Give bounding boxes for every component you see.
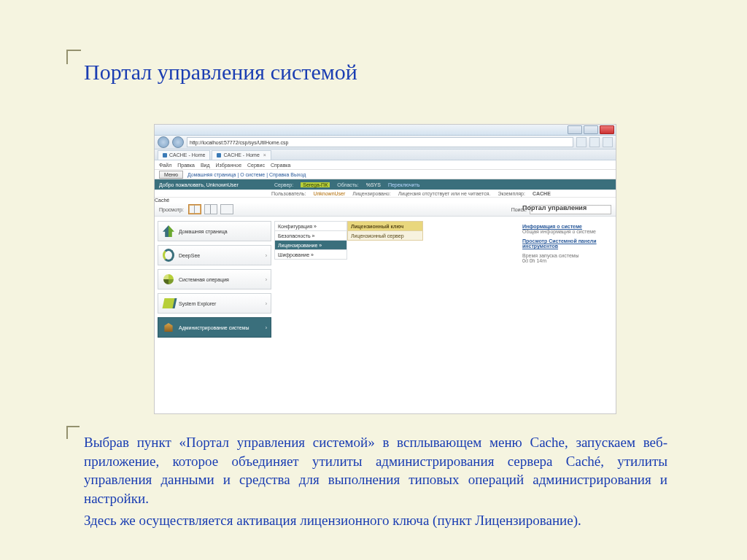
cache-logo: Caché (155, 198, 616, 203)
menubar-item[interactable]: Справка (271, 163, 290, 168)
view-icons-button[interactable] (220, 204, 233, 214)
submenu-item-encryption[interactable]: Шифрование » (274, 249, 347, 260)
portal-meta-row: Пользователь: UnknownUser Лицензировано:… (155, 190, 616, 198)
uptime-label: Время запуска системы (522, 253, 579, 258)
favicon-icon (217, 153, 221, 158)
sidebar-item-system-explorer[interactable]: System Explorer› (158, 293, 271, 314)
browser-tab[interactable]: CACHE - Home (158, 150, 210, 160)
namespace-value: %SYS (366, 182, 381, 187)
forward-button[interactable] (172, 136, 184, 148)
corner-decor-icon (66, 426, 80, 439)
stop-icon[interactable] (589, 137, 600, 147)
corner-decor-icon (66, 50, 81, 64)
breadcrumb-links[interactable]: Домашняя страница | О системе | Справка … (187, 172, 306, 177)
submenu-item-licensing[interactable]: Лицензирование » (274, 240, 347, 249)
explorer-icon (163, 298, 175, 308)
user-label: Пользователь: (271, 191, 306, 196)
view-columns-button[interactable] (188, 204, 201, 214)
menu-dropdown-button[interactable]: Меню (159, 171, 183, 179)
chevron-right-icon: › (266, 277, 267, 282)
submenu-item-security[interactable]: Безопасность » (274, 230, 347, 240)
info-panel: Информация о системе Общая информация о … (522, 224, 610, 268)
chevron-right-icon: › (266, 301, 267, 306)
sidebar-item-administration[interactable]: Администрирование системы› (158, 317, 271, 338)
slide-title-text: Портал управления системой (84, 60, 357, 84)
license-value: Лицензия отсутствует или не читается. (398, 191, 491, 196)
menubar-item[interactable]: Сервис (247, 163, 265, 168)
instance-label: Экземпляр: (498, 191, 525, 196)
welcome-text: Добро пожаловать, UnknownUser (159, 182, 264, 187)
license-label: Лицензировано: (352, 191, 390, 196)
browser-tab[interactable]: CACHE - Home× (212, 150, 271, 160)
home-icon[interactable] (603, 137, 613, 147)
slide-body: Выбрав пункт «Портал управления системой… (84, 433, 667, 532)
user-value: UnknownUser (313, 191, 345, 196)
instance-value: CACHE (533, 191, 551, 196)
portal-title: Портал управления (522, 204, 610, 211)
namespace-label: Область: (337, 182, 358, 187)
url-text: http://localhost:57772/csp/sys/UtilHome.… (190, 140, 288, 145)
view-label: Просмотр: (159, 207, 184, 212)
view-toolbar: Просмотр: Поиск: Портал управления (155, 203, 616, 217)
menubar-item[interactable]: Правка (177, 163, 195, 168)
browser-tabs: CACHE - Home CACHE - Home× (155, 149, 616, 160)
system-info-link[interactable]: Информация о системе (522, 224, 610, 229)
administration-icon (163, 323, 174, 332)
tab-close-icon[interactable]: × (263, 152, 266, 158)
view-list-button[interactable] (204, 204, 217, 214)
slide-title: Портал управления системой (84, 60, 357, 85)
window-titlebar (155, 125, 616, 136)
portal-breadcrumb-row: Меню Домашняя страница | О системе | Спр… (155, 170, 616, 179)
screenshot-frame: http://localhost:57772/csp/sys/UtilHome.… (154, 124, 616, 414)
server-name: Serega-ПК (301, 182, 330, 187)
paragraph-2: Здесь же осуществляется активация лиценз… (84, 511, 667, 530)
chevron-right-icon: › (266, 325, 267, 330)
submenu2-item-license-server[interactable]: Лицензионный сервер (347, 230, 423, 241)
submenu-item-configuration[interactable]: Конфигурация » (274, 221, 347, 230)
server-label: Сервер: (274, 182, 293, 187)
switch-link[interactable]: Переключить (388, 182, 419, 187)
submenu-level-1: Конфигурация » Безопасность » Лицензиров… (274, 217, 347, 414)
back-button[interactable] (158, 136, 169, 148)
browser-toolbar: http://localhost:57772/csp/sys/UtilHome.… (155, 136, 616, 149)
sidebar-item-home[interactable]: Домашняя страница (158, 221, 271, 241)
refresh-icon[interactable] (576, 137, 587, 147)
home-icon (163, 225, 174, 237)
address-bar[interactable]: http://localhost:57772/csp/sys/UtilHome.… (187, 137, 573, 147)
menubar-item[interactable]: Избранное (216, 163, 241, 168)
uptime-value: 0d 0h 14m (522, 258, 546, 263)
sidebar-item-deepsee[interactable]: DeepSee› (158, 245, 271, 265)
sidebar-item-system-operation[interactable]: Системная операция› (158, 269, 271, 289)
system-info-caption: Общая информация о системе (522, 229, 610, 234)
portal-sidebar: Домашняя страница DeepSee› Системная опе… (155, 217, 274, 414)
chevron-right-icon: › (266, 253, 267, 258)
dashboard-link[interactable]: Просмотр Системной панели инструментов (522, 238, 610, 249)
submenu-level-2: Лицензионный ключ Лицензионный сервер (347, 217, 423, 414)
system-operation-icon (163, 274, 174, 284)
deepsee-icon (163, 249, 174, 262)
menubar-item[interactable]: Файл (159, 163, 171, 168)
maximize-button[interactable] (584, 125, 598, 134)
submenu2-item-license-key[interactable]: Лицензионный ключ (347, 221, 423, 230)
menubar-item[interactable]: Вид (201, 163, 210, 168)
portal-welcome-bar: Добро пожаловать, UnknownUser Сервер: Se… (155, 179, 616, 190)
paragraph-1: Выбрав пункт «Портал управления системой… (84, 433, 667, 508)
close-button[interactable] (600, 125, 614, 134)
minimize-button[interactable] (568, 125, 582, 134)
browser-menubar: Файл Правка Вид Избранное Сервис Справка (155, 160, 616, 170)
favicon-icon (163, 153, 167, 158)
portal-main: Домашняя страница DeepSee› Системная опе… (155, 217, 616, 414)
